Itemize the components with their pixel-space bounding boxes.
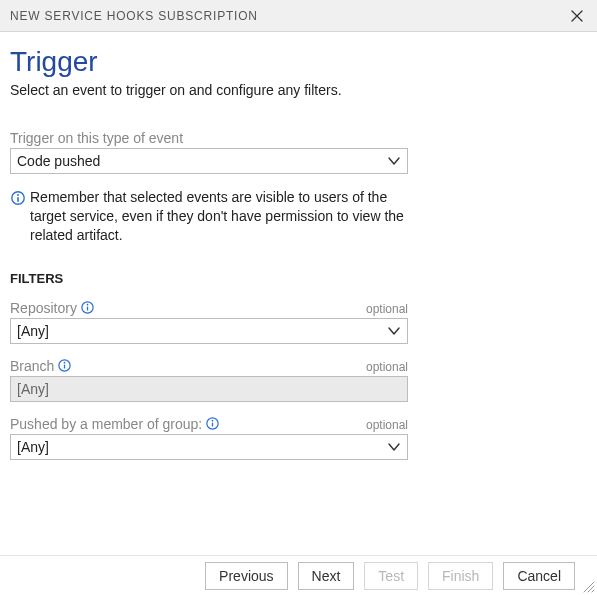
page-title: Trigger bbox=[10, 46, 587, 78]
repository-value: [Any] bbox=[17, 323, 49, 339]
dialog-footer: Previous Next Test Finish Cancel bbox=[0, 555, 597, 595]
svg-point-1 bbox=[17, 194, 19, 196]
dialog-content: Trigger Select an event to trigger on an… bbox=[0, 32, 597, 470]
branch-select: [Any] bbox=[10, 376, 408, 402]
dialog-title: NEW SERVICE HOOKS SUBSCRIPTION bbox=[10, 9, 567, 23]
page-description: Select an event to trigger on and config… bbox=[10, 82, 587, 98]
svg-rect-11 bbox=[212, 423, 213, 427]
pushed-by-select[interactable]: [Any] bbox=[10, 434, 408, 460]
svg-rect-8 bbox=[64, 365, 65, 369]
svg-point-4 bbox=[87, 304, 89, 306]
svg-rect-2 bbox=[17, 197, 19, 202]
branch-help-icon[interactable] bbox=[57, 358, 72, 373]
close-button[interactable] bbox=[567, 6, 587, 26]
event-type-value: Code pushed bbox=[17, 153, 100, 169]
branch-label: Branch bbox=[10, 358, 72, 374]
dialog-titlebar: NEW SERVICE HOOKS SUBSCRIPTION bbox=[0, 0, 597, 32]
test-button: Test bbox=[364, 562, 418, 590]
repository-help-icon[interactable] bbox=[80, 300, 95, 315]
close-icon bbox=[570, 9, 584, 23]
branch-label-text: Branch bbox=[10, 358, 54, 374]
visibility-note: Remember that selected events are visibl… bbox=[10, 188, 408, 245]
pushed-by-label: Pushed by a member of group: bbox=[10, 416, 220, 432]
pushed-by-optional: optional bbox=[366, 418, 408, 432]
pushed-by-value: [Any] bbox=[17, 439, 49, 455]
pushed-by-field: [Any] bbox=[10, 434, 408, 460]
finish-button: Finish bbox=[428, 562, 493, 590]
branch-optional: optional bbox=[366, 360, 408, 374]
repository-label-text: Repository bbox=[10, 300, 77, 316]
pushed-by-label-text: Pushed by a member of group: bbox=[10, 416, 202, 432]
repository-optional: optional bbox=[366, 302, 408, 316]
filters-heading: FILTERS bbox=[10, 271, 587, 286]
svg-point-10 bbox=[212, 420, 214, 422]
cancel-button[interactable]: Cancel bbox=[503, 562, 575, 590]
repository-field: [Any] bbox=[10, 318, 408, 344]
event-type-field: Code pushed bbox=[10, 148, 408, 174]
chevron-down-icon bbox=[387, 154, 401, 168]
chevron-down-icon bbox=[387, 324, 401, 338]
branch-field: [Any] bbox=[10, 376, 408, 402]
pushed-by-help-icon[interactable] bbox=[205, 416, 220, 431]
info-icon bbox=[10, 190, 26, 206]
repository-label: Repository bbox=[10, 300, 95, 316]
repository-select[interactable]: [Any] bbox=[10, 318, 408, 344]
event-type-label: Trigger on this type of event bbox=[10, 130, 587, 146]
previous-button[interactable]: Previous bbox=[205, 562, 287, 590]
next-button[interactable]: Next bbox=[298, 562, 355, 590]
svg-point-7 bbox=[64, 362, 66, 364]
svg-rect-5 bbox=[87, 307, 88, 311]
event-type-select[interactable]: Code pushed bbox=[10, 148, 408, 174]
branch-value: [Any] bbox=[17, 381, 49, 397]
chevron-down-icon bbox=[387, 440, 401, 454]
visibility-note-text: Remember that selected events are visibl… bbox=[30, 188, 408, 245]
